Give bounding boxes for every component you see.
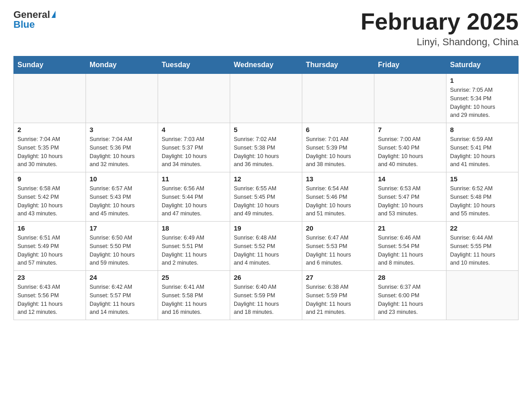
calendar-header: SundayMondayTuesdayWednesdayThursdayFrid… — [14, 56, 519, 74]
day-number: 10 — [90, 175, 154, 183]
calendar-cell: 17Sunrise: 6:50 AM Sunset: 5:50 PM Dayli… — [86, 222, 158, 271]
day-info: Sunrise: 6:57 AM Sunset: 5:43 PM Dayligh… — [90, 184, 154, 218]
day-number: 4 — [162, 126, 226, 133]
header-day-saturday: Saturday — [446, 56, 519, 74]
calendar-cell: 12Sunrise: 6:55 AM Sunset: 5:45 PM Dayli… — [230, 172, 302, 222]
day-number: 28 — [378, 274, 442, 281]
day-info: Sunrise: 6:46 AM Sunset: 5:54 PM Dayligh… — [378, 234, 442, 267]
calendar-cell: 15Sunrise: 6:52 AM Sunset: 5:48 PM Dayli… — [446, 172, 519, 222]
calendar-cell: 1Sunrise: 7:05 AM Sunset: 5:34 PM Daylig… — [446, 74, 519, 123]
calendar-cell: 26Sunrise: 6:40 AM Sunset: 5:59 PM Dayli… — [230, 271, 302, 320]
title-area: February 2025 Linyi, Shandong, China — [360, 9, 519, 48]
day-info: Sunrise: 6:43 AM Sunset: 5:56 PM Dayligh… — [17, 283, 82, 317]
logo: General Blue — [13, 9, 56, 30]
calendar-cell: 18Sunrise: 6:49 AM Sunset: 5:51 PM Dayli… — [158, 222, 230, 271]
day-info: Sunrise: 6:47 AM Sunset: 5:53 PM Dayligh… — [306, 234, 370, 267]
day-info: Sunrise: 7:01 AM Sunset: 5:39 PM Dayligh… — [306, 135, 370, 169]
week-row-4: 16Sunrise: 6:51 AM Sunset: 5:49 PM Dayli… — [14, 222, 519, 271]
calendar-cell: 22Sunrise: 6:44 AM Sunset: 5:55 PM Dayli… — [446, 222, 519, 271]
day-info: Sunrise: 6:55 AM Sunset: 5:45 PM Dayligh… — [234, 184, 298, 218]
calendar-cell: 3Sunrise: 7:04 AM Sunset: 5:36 PM Daylig… — [86, 123, 158, 172]
calendar-body: 1Sunrise: 7:05 AM Sunset: 5:34 PM Daylig… — [14, 74, 519, 320]
day-number: 6 — [306, 126, 370, 133]
day-number: 9 — [17, 175, 82, 183]
header-day-sunday: Sunday — [14, 56, 86, 74]
calendar-cell: 28Sunrise: 6:37 AM Sunset: 6:00 PM Dayli… — [374, 271, 446, 320]
day-number: 11 — [162, 175, 226, 183]
calendar-cell: 24Sunrise: 6:42 AM Sunset: 5:57 PM Dayli… — [86, 271, 158, 320]
day-number: 12 — [234, 175, 298, 183]
calendar-cell: 9Sunrise: 6:58 AM Sunset: 5:42 PM Daylig… — [14, 172, 86, 222]
calendar-cell — [158, 74, 230, 123]
day-number: 21 — [378, 224, 442, 232]
week-row-5: 23Sunrise: 6:43 AM Sunset: 5:56 PM Dayli… — [14, 271, 519, 320]
day-info: Sunrise: 7:04 AM Sunset: 5:35 PM Dayligh… — [17, 135, 82, 169]
calendar-cell — [446, 271, 519, 320]
week-row-3: 9Sunrise: 6:58 AM Sunset: 5:42 PM Daylig… — [14, 172, 519, 222]
day-info: Sunrise: 7:03 AM Sunset: 5:37 PM Dayligh… — [162, 135, 226, 169]
week-row-2: 2Sunrise: 7:04 AM Sunset: 5:35 PM Daylig… — [14, 123, 519, 172]
day-info: Sunrise: 6:42 AM Sunset: 5:57 PM Dayligh… — [90, 283, 154, 317]
day-number: 20 — [306, 224, 370, 232]
day-number: 14 — [378, 175, 442, 183]
day-number: 24 — [90, 274, 154, 281]
day-info: Sunrise: 7:02 AM Sunset: 5:38 PM Dayligh… — [234, 135, 298, 169]
header-day-monday: Monday — [86, 56, 158, 74]
header-day-wednesday: Wednesday — [230, 56, 302, 74]
day-info: Sunrise: 6:40 AM Sunset: 5:59 PM Dayligh… — [234, 283, 298, 317]
day-number: 5 — [234, 126, 298, 133]
calendar-cell: 14Sunrise: 6:53 AM Sunset: 5:47 PM Dayli… — [374, 172, 446, 222]
calendar-cell: 21Sunrise: 6:46 AM Sunset: 5:54 PM Dayli… — [374, 222, 446, 271]
day-number: 23 — [17, 274, 82, 281]
calendar-cell — [374, 74, 446, 123]
calendar-cell: 23Sunrise: 6:43 AM Sunset: 5:56 PM Dayli… — [14, 271, 86, 320]
day-number: 19 — [234, 224, 298, 232]
calendar-cell: 5Sunrise: 7:02 AM Sunset: 5:38 PM Daylig… — [230, 123, 302, 172]
calendar-cell: 10Sunrise: 6:57 AM Sunset: 5:43 PM Dayli… — [86, 172, 158, 222]
day-number: 15 — [450, 175, 515, 183]
day-number: 1 — [450, 77, 515, 84]
day-info: Sunrise: 6:44 AM Sunset: 5:55 PM Dayligh… — [450, 234, 515, 267]
day-info: Sunrise: 6:37 AM Sunset: 6:00 PM Dayligh… — [378, 283, 442, 317]
week-row-1: 1Sunrise: 7:05 AM Sunset: 5:34 PM Daylig… — [14, 74, 519, 123]
calendar-cell: 19Sunrise: 6:48 AM Sunset: 5:52 PM Dayli… — [230, 222, 302, 271]
calendar-table: SundayMondayTuesdayWednesdayThursdayFrid… — [13, 56, 519, 320]
header-day-tuesday: Tuesday — [158, 56, 230, 74]
calendar-cell: 27Sunrise: 6:38 AM Sunset: 5:59 PM Dayli… — [302, 271, 374, 320]
calendar-cell — [230, 74, 302, 123]
day-number: 27 — [306, 274, 370, 281]
day-number: 26 — [234, 274, 298, 281]
day-number: 16 — [17, 224, 82, 232]
day-number: 2 — [17, 126, 82, 133]
header-day-friday: Friday — [374, 56, 446, 74]
header: General Blue February 2025 Linyi, Shando… — [13, 9, 519, 48]
calendar-cell: 8Sunrise: 6:59 AM Sunset: 5:41 PM Daylig… — [446, 123, 519, 172]
day-number: 18 — [162, 224, 226, 232]
calendar-cell: 16Sunrise: 6:51 AM Sunset: 5:49 PM Dayli… — [14, 222, 86, 271]
logo-triangle-icon — [51, 11, 56, 18]
day-number: 3 — [90, 126, 154, 133]
day-info: Sunrise: 6:50 AM Sunset: 5:50 PM Dayligh… — [90, 234, 154, 267]
day-info: Sunrise: 6:54 AM Sunset: 5:46 PM Dayligh… — [306, 184, 370, 218]
day-info: Sunrise: 7:05 AM Sunset: 5:34 PM Dayligh… — [450, 86, 515, 120]
day-info: Sunrise: 6:53 AM Sunset: 5:47 PM Dayligh… — [378, 184, 442, 218]
calendar-title: February 2025 — [360, 9, 519, 34]
day-info: Sunrise: 7:00 AM Sunset: 5:40 PM Dayligh… — [378, 135, 442, 169]
day-number: 7 — [378, 126, 442, 133]
calendar-cell: 6Sunrise: 7:01 AM Sunset: 5:39 PM Daylig… — [302, 123, 374, 172]
header-row: SundayMondayTuesdayWednesdayThursdayFrid… — [14, 56, 519, 74]
calendar-cell: 25Sunrise: 6:41 AM Sunset: 5:58 PM Dayli… — [158, 271, 230, 320]
calendar-subtitle: Linyi, Shandong, China — [360, 36, 519, 48]
calendar-cell: 2Sunrise: 7:04 AM Sunset: 5:35 PM Daylig… — [14, 123, 86, 172]
calendar-cell: 7Sunrise: 7:00 AM Sunset: 5:40 PM Daylig… — [374, 123, 446, 172]
day-info: Sunrise: 6:59 AM Sunset: 5:41 PM Dayligh… — [450, 135, 515, 169]
calendar-cell: 4Sunrise: 7:03 AM Sunset: 5:37 PM Daylig… — [158, 123, 230, 172]
calendar-cell — [14, 74, 86, 123]
calendar-cell: 13Sunrise: 6:54 AM Sunset: 5:46 PM Dayli… — [302, 172, 374, 222]
day-info: Sunrise: 6:41 AM Sunset: 5:58 PM Dayligh… — [162, 283, 226, 317]
header-day-thursday: Thursday — [302, 56, 374, 74]
day-number: 25 — [162, 274, 226, 281]
day-number: 8 — [450, 126, 515, 133]
day-info: Sunrise: 6:48 AM Sunset: 5:52 PM Dayligh… — [234, 234, 298, 267]
calendar-cell: 20Sunrise: 6:47 AM Sunset: 5:53 PM Dayli… — [302, 222, 374, 271]
